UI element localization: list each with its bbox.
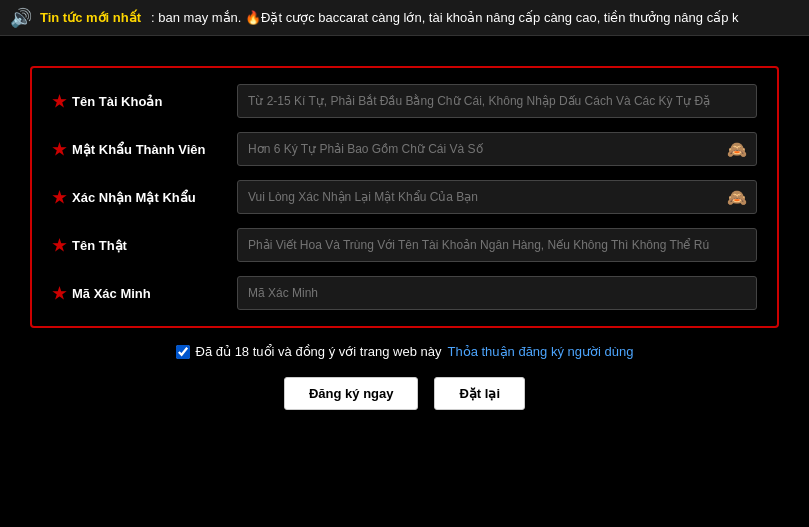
input-wrap-ten-tai-khoan xyxy=(237,84,757,118)
label-text-1: Tên Tài Khoản xyxy=(72,94,162,109)
star-icon-3: ★ xyxy=(52,188,66,207)
input-wrap-xac-nhan: 🙈 xyxy=(237,180,757,214)
input-ten-that[interactable] xyxy=(237,228,757,262)
label-text-3: Xác Nhận Mật Khẩu xyxy=(72,190,196,205)
button-row: Đăng ký ngay Đặt lại xyxy=(30,377,779,410)
input-wrap-mat-khau: 🙈 xyxy=(237,132,757,166)
eye-icon-1[interactable]: 🙈 xyxy=(727,140,747,159)
label-text-4: Tên Thật xyxy=(72,238,127,253)
reset-button[interactable]: Đặt lại xyxy=(434,377,525,410)
label-mat-khau: ★ Mật Khẩu Thành Viên xyxy=(52,140,237,159)
checkbox-row: Đã đủ 18 tuổi và đồng ý với trang web nà… xyxy=(30,344,779,359)
star-icon-1: ★ xyxy=(52,92,66,111)
register-button[interactable]: Đăng ký ngay xyxy=(284,377,419,410)
registration-form-box: ★ Tên Tài Khoản ★ Mật Khẩu Thành Viên 🙈 … xyxy=(30,66,779,328)
row-mat-khau: ★ Mật Khẩu Thành Viên 🙈 xyxy=(52,132,757,166)
label-xac-nhan: ★ Xác Nhận Mật Khẩu xyxy=(52,188,237,207)
label-ten-tai-khoan: ★ Tên Tài Khoản xyxy=(52,92,237,111)
eye-icon-2[interactable]: 🙈 xyxy=(727,188,747,207)
star-icon-5: ★ xyxy=(52,284,66,303)
row-xac-nhan-mat-khau: ★ Xác Nhận Mật Khẩu 🙈 xyxy=(52,180,757,214)
main-content: ★ Tên Tài Khoản ★ Mật Khẩu Thành Viên 🙈 … xyxy=(0,36,809,430)
input-wrap-ma-xac-minh xyxy=(237,276,757,310)
age-agree-checkbox[interactable] xyxy=(176,345,190,359)
input-ma-xac-minh[interactable] xyxy=(237,276,757,310)
label-text-2: Mật Khẩu Thành Viên xyxy=(72,142,205,157)
row-ten-tai-khoan: ★ Tên Tài Khoản xyxy=(52,84,757,118)
news-ticker: 🔊 Tin tức mới nhất : ban may mắn. 🔥Đặt c… xyxy=(0,0,809,36)
star-icon-4: ★ xyxy=(52,236,66,255)
agree-text: Đã đủ 18 tuổi và đồng ý với trang web nà… xyxy=(196,344,442,359)
input-wrap-ten-that xyxy=(237,228,757,262)
ticker-label: Tin tức mới nhất xyxy=(40,10,141,25)
label-text-5: Mã Xác Minh xyxy=(72,286,151,301)
row-ten-that: ★ Tên Thật xyxy=(52,228,757,262)
speaker-icon: 🔊 xyxy=(10,7,32,29)
input-xac-nhan-mat-khau[interactable] xyxy=(237,180,757,214)
row-ma-xac-minh: ★ Mã Xác Minh xyxy=(52,276,757,310)
label-ten-that: ★ Tên Thật xyxy=(52,236,237,255)
input-ten-tai-khoan[interactable] xyxy=(237,84,757,118)
terms-link[interactable]: Thỏa thuận đăng ký người dùng xyxy=(447,344,633,359)
ticker-text: : ban may mắn. 🔥Đặt cược baccarat càng l… xyxy=(151,10,738,25)
input-mat-khau[interactable] xyxy=(237,132,757,166)
label-ma-xac-minh: ★ Mã Xác Minh xyxy=(52,284,237,303)
star-icon-2: ★ xyxy=(52,140,66,159)
